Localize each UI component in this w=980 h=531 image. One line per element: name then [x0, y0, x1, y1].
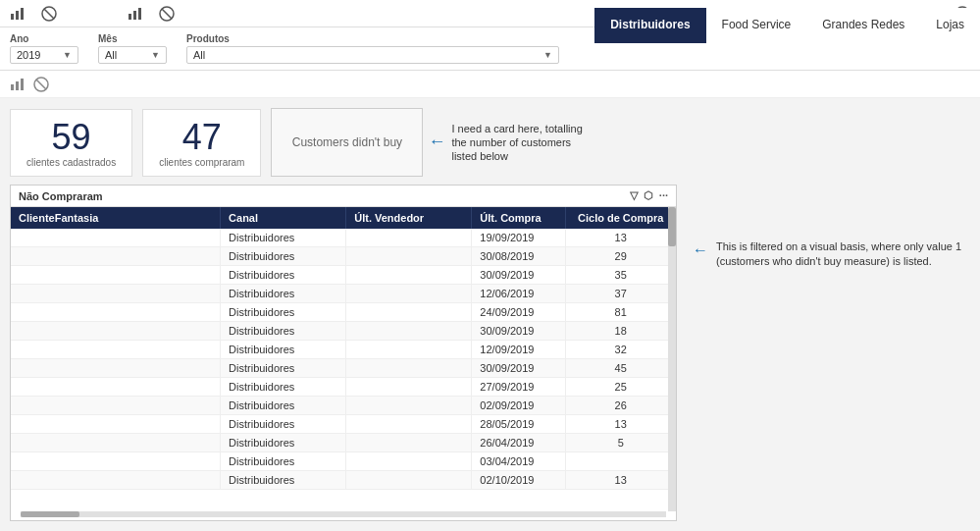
- col-header-ciclo: Ciclo de Compra: [566, 207, 676, 229]
- horizontal-scrollbar[interactable]: [21, 511, 666, 517]
- customers-didnt-buy-card: Customers didn't buy: [271, 108, 423, 177]
- col-header-compra: Últ. Compra: [472, 207, 566, 229]
- cell-ciclo: 37: [566, 285, 676, 303]
- cell-vendedor: [346, 322, 472, 341]
- data-table: ClienteFantasia Canal Últ. Vendedor Últ.…: [11, 207, 676, 490]
- cell-ciclo: 35: [566, 266, 676, 285]
- cell-compra: 30/08/2019: [472, 247, 566, 266]
- cell-vendedor: [346, 359, 472, 378]
- filter-icon[interactable]: ▽: [630, 189, 638, 202]
- expand-icon[interactable]: ⬡: [644, 189, 653, 202]
- cell-vendedor: [346, 397, 472, 415]
- cell-vendedor: [346, 341, 472, 359]
- svg-rect-1: [16, 11, 19, 20]
- cell-vendedor: [346, 285, 472, 303]
- metric-value-cadastrados: 59: [26, 118, 116, 157]
- svg-rect-15: [11, 84, 14, 90]
- table-annotation-text: This is filtered on a visual basis, wher…: [716, 239, 970, 270]
- h-scrollbar-thumb[interactable]: [21, 511, 79, 517]
- cell-compra: 12/06/2019: [472, 285, 566, 303]
- cell-ciclo: 26: [566, 397, 676, 415]
- tab-lojas[interactable]: Lojas: [920, 8, 980, 43]
- cell-ciclo: [566, 452, 676, 471]
- col-header-cliente: ClienteFantasia: [11, 207, 221, 229]
- svg-rect-17: [21, 79, 24, 90]
- left-panel: 59 clientes cadastrados 47 clientes comp…: [10, 108, 677, 521]
- cell-compra: 24/09/2019: [472, 303, 566, 322]
- cell-vendedor: [346, 452, 472, 471]
- metrics-row: 59 clientes cadastrados 47 clientes comp…: [10, 108, 677, 177]
- vertical-scrollbar[interactable]: [668, 207, 676, 511]
- svg-rect-0: [11, 14, 14, 20]
- cell-compra: 19/09/2019: [472, 229, 566, 247]
- chart-icon-1[interactable]: [10, 6, 26, 22]
- chevron-down-icon-3: ▼: [543, 50, 552, 60]
- cell-vendedor: [346, 378, 472, 397]
- cell-cliente: [11, 266, 221, 285]
- cell-cliente: [11, 397, 221, 415]
- filter-ano: Ano 2019 ▼: [10, 33, 78, 64]
- cell-vendedor: [346, 415, 472, 434]
- cell-canal: Distribuidores: [221, 452, 346, 471]
- tab-food-service[interactable]: Food Service: [706, 8, 807, 43]
- chart-bar-icon[interactable]: [10, 77, 26, 92]
- cell-canal: Distribuidores: [221, 434, 346, 452]
- produtos-label: Produtos: [186, 33, 559, 44]
- cell-canal: Distribuidores: [221, 303, 346, 322]
- table-annotation: ← This is filtered on a visual basis, wh…: [693, 239, 970, 270]
- svg-line-9: [162, 9, 172, 19]
- cell-cliente: [11, 378, 221, 397]
- cell-ciclo: 29: [566, 247, 676, 266]
- card-annotation-text: I need a card here, totalling the number…: [451, 122, 590, 164]
- chevron-down-icon-2: ▼: [151, 50, 160, 60]
- cell-compra: 02/09/2019: [472, 397, 566, 415]
- filter-mes: Mês All ▼: [98, 33, 167, 64]
- svg-rect-5: [129, 14, 131, 20]
- right-panel: ← This is filtered on a visual basis, wh…: [687, 108, 970, 521]
- table-row: Distribuidores 30/09/2019 35: [11, 266, 676, 285]
- cell-compra: 12/09/2019: [472, 341, 566, 359]
- cell-ciclo: 81: [566, 303, 676, 322]
- filter-bar: Ano 2019 ▼ Mês All ▼ Produtos All ▼ Dist…: [0, 27, 980, 71]
- table-title: Não Compraram: [19, 190, 103, 202]
- cell-canal: Distribuidores: [221, 266, 346, 285]
- cell-ciclo: 13: [566, 229, 676, 247]
- col-header-canal: Canal: [221, 207, 346, 229]
- table-row: Distribuidores 27/09/2019 25: [11, 378, 676, 397]
- cell-canal: Distribuidores: [221, 285, 346, 303]
- block-icon-1[interactable]: [41, 6, 57, 22]
- more-icon[interactable]: ···: [659, 189, 668, 202]
- tab-distribuidores[interactable]: Distribuidores: [594, 8, 705, 43]
- chart-icon-2[interactable]: [128, 6, 143, 22]
- metric-value-compraram: 47: [159, 118, 244, 157]
- metric-label-compraram: clientes compraram: [159, 157, 244, 168]
- table-scroll-area[interactable]: ClienteFantasia Canal Últ. Vendedor Últ.…: [11, 207, 676, 511]
- tab-strip: Distribuidores Food Service Grandes Rede…: [594, 8, 980, 43]
- table-row: Distribuidores 30/09/2019 18: [11, 322, 676, 341]
- mes-select[interactable]: All ▼: [98, 46, 167, 64]
- cell-vendedor: [346, 434, 472, 452]
- produtos-select[interactable]: All ▼: [186, 46, 559, 64]
- block-circle-icon[interactable]: [33, 77, 49, 92]
- cell-compra: 02/10/2019: [472, 471, 566, 490]
- table-row: Distribuidores 12/06/2019 37: [11, 285, 676, 303]
- cell-vendedor: [346, 266, 472, 285]
- cell-ciclo: 25: [566, 378, 676, 397]
- mes-label: Mês: [98, 33, 167, 44]
- cell-cliente: [11, 359, 221, 378]
- card-placeholder-text: Customers didn't buy: [292, 135, 402, 149]
- metric-label-cadastrados: clientes cadastrados: [26, 157, 116, 168]
- cell-cliente: [11, 303, 221, 322]
- ano-select[interactable]: 2019 ▼: [10, 46, 78, 64]
- cell-canal: Distribuidores: [221, 415, 346, 434]
- cell-vendedor: [346, 303, 472, 322]
- cell-canal: Distribuidores: [221, 322, 346, 341]
- main-content: 59 clientes cadastrados 47 clientes comp…: [0, 98, 980, 531]
- scrollbar-thumb[interactable]: [668, 207, 676, 246]
- table-row: Distribuidores 02/10/2019 13: [11, 471, 676, 490]
- block-icon-2[interactable]: [159, 6, 175, 22]
- tab-grandes-redes[interactable]: Grandes Redes: [806, 8, 920, 43]
- table-row: Distribuidores 03/04/2019: [11, 452, 676, 471]
- table-annotation-block: ← This is filtered on a visual basis, wh…: [693, 239, 970, 270]
- col-header-vendedor: Últ. Vendedor: [346, 207, 472, 229]
